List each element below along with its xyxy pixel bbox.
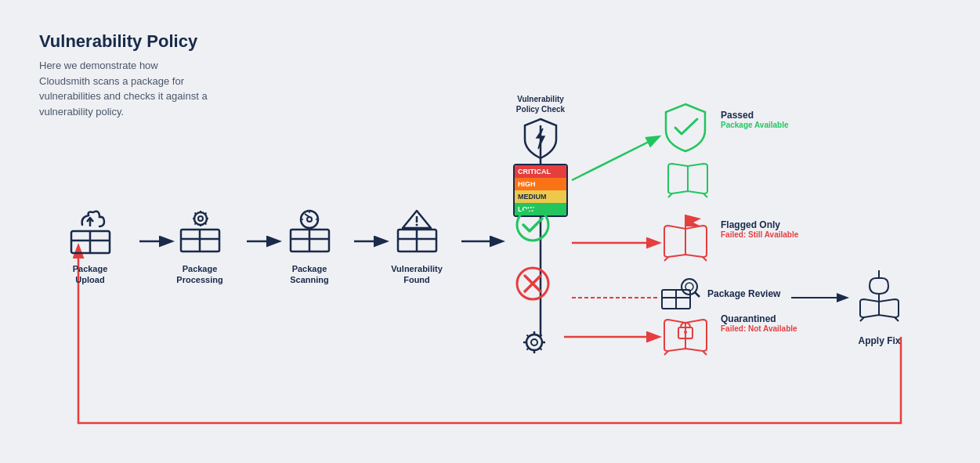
svg-line-26 — [194, 222, 196, 224]
x-circle — [515, 266, 550, 304]
flagged-icon — [658, 212, 713, 273]
svg-point-66 — [684, 331, 687, 334]
svg-line-23 — [194, 212, 196, 214]
node-upload: Package Upload — [59, 204, 121, 286]
svg-point-40 — [415, 223, 418, 226]
svg-line-51 — [526, 335, 529, 337]
passed-sub: Package Available — [721, 121, 789, 129]
apply-fix-container: Apply Fix — [854, 266, 905, 346]
svg-line-32 — [305, 214, 309, 217]
scanning-icon — [282, 204, 337, 259]
flagged-label: Flagged Only — [721, 219, 798, 230]
svg-line-54 — [526, 348, 529, 350]
quarantine-gear-icon — [517, 325, 551, 363]
result-flagged: Flagged Only Failed: Still Available — [658, 212, 798, 273]
quarantined-sub: Failed: Not Available — [721, 324, 797, 333]
processing-icon — [172, 204, 227, 259]
result-passed: Passed Package Available — [658, 102, 789, 202]
passed-book-icon — [664, 160, 789, 202]
svg-line-5 — [572, 137, 658, 180]
svg-point-18 — [198, 216, 203, 221]
review-label: Package Review — [707, 288, 780, 299]
quarantined-icon — [658, 306, 713, 367]
node-vuln-found: Vulnerability Found — [385, 204, 448, 286]
page-title: Vulnerability Policy — [39, 31, 941, 52]
svg-line-52 — [540, 348, 542, 350]
flagged-sub: Failed: Still Available — [721, 230, 798, 239]
svg-line-53 — [540, 335, 542, 337]
result-quarantined: Quarantined Failed: Not Available — [658, 306, 797, 367]
node-processing: Package Processing — [168, 204, 231, 286]
vulnerability-icon — [389, 204, 444, 259]
severity-medium: MEDIUM — [515, 190, 566, 203]
apply-fix-icon — [854, 266, 905, 332]
svg-line-63 — [695, 292, 700, 297]
check-circle — [515, 208, 550, 245]
svg-point-31 — [307, 217, 312, 222]
upload-icon — [63, 204, 118, 259]
svg-point-41 — [517, 209, 548, 241]
svg-point-30 — [301, 211, 318, 228]
apply-fix-label: Apply Fix — [858, 335, 900, 346]
passed-label: Passed — [721, 110, 789, 121]
svg-point-46 — [531, 339, 537, 345]
page-subtitle: Here we demonstrate how Cloudsmith scans… — [39, 58, 212, 119]
shield-icon — [497, 118, 584, 161]
severity-high: HIGH — [515, 178, 566, 190]
passed-icon — [658, 102, 713, 156]
svg-line-24 — [204, 222, 206, 224]
severity-critical: CRITICAL — [515, 165, 566, 178]
policy-check-container: Vulnerability Policy Check CRITICAL HIGH… — [497, 94, 584, 217]
page-container: Vulnerability Policy Here we demonstrate… — [0, 0, 980, 463]
node-scanning: Package Scanning — [278, 204, 341, 286]
policy-check-label: Vulnerability Policy Check — [497, 94, 584, 114]
quarantined-label: Quarantined — [721, 313, 797, 324]
svg-line-25 — [204, 212, 206, 214]
